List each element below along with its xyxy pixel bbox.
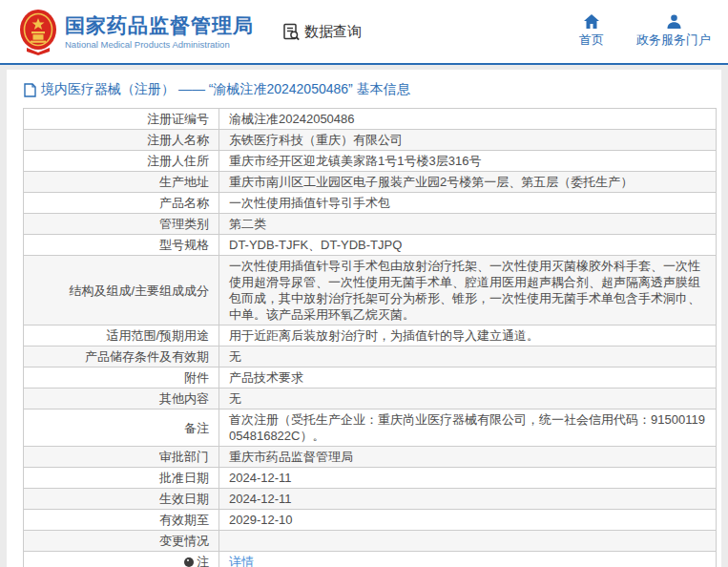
row-value <box>219 531 717 552</box>
row-value: 第二类 <box>219 214 717 235</box>
user-icon <box>667 14 681 29</box>
row-value: 无 <box>219 346 717 368</box>
row-label: 审批部门 <box>24 447 219 468</box>
table-row: 结构及组成/主要组成成分一次性使用插值针导引手术包由放射治疗托架、一次性使用灭菌… <box>24 256 717 326</box>
table-row: 适用范围/预期用途用于近距离后装放射治疗时，为插值针的导入建立通道。 <box>24 326 717 346</box>
table-row: 生效日期2024-12-11 <box>24 489 717 510</box>
row-value: 详情 <box>219 552 717 567</box>
row-label: 注册人住所 <box>24 151 219 172</box>
row-label: 生产地址 <box>24 172 219 193</box>
nav-home-label: 首页 <box>579 32 604 49</box>
content-panel: 境内医疗器械（注册） —— “渝械注准20242050486” 基本信息 注册证… <box>7 70 721 567</box>
row-label: 批准日期 <box>24 468 219 489</box>
row-label: 产品名称 <box>24 193 219 214</box>
table-row: 有效期至2029-12-10 <box>24 510 717 531</box>
nav-gov-portal[interactable]: 政务服务门户 <box>636 14 711 49</box>
site-header: 国家药品监督管理局 National Medical Products Admi… <box>0 0 728 65</box>
row-label: 备注 <box>24 410 219 447</box>
row-value: 2024-12-11 <box>219 468 717 489</box>
table-row: 产品储存条件及有效期无 <box>24 346 717 368</box>
table-row: 注详情 <box>24 552 717 567</box>
data-query-label: 数据查询 <box>304 23 362 41</box>
nav-home[interactable]: 首页 <box>579 14 604 49</box>
row-value: 首次注册（受托生产企业：重庆尚业医疗器械有限公司，统一社会信用代码：915001… <box>219 410 717 447</box>
row-value: 用于近距离后装放射治疗时，为插值针的导入建立通道。 <box>219 326 717 346</box>
table-row: 审批部门重庆市药品监督管理局 <box>24 447 717 468</box>
table-row: 注册人住所重庆市经开区迎龙镇美家路1号1号楼3层316号 <box>24 151 717 172</box>
row-value: 无 <box>219 388 717 410</box>
row-value: 东铁医疗科技（重庆）有限公司 <box>219 130 717 151</box>
row-value: 产品技术要求 <box>219 368 717 388</box>
table-row: 注册人名称东铁医疗科技（重庆）有限公司 <box>24 130 717 151</box>
row-label: 注 <box>24 552 219 567</box>
info-table-body: 注册证编号渝械注准20242050486注册人名称东铁医疗科技（重庆）有限公司注… <box>24 109 717 567</box>
document-search-icon <box>282 23 301 41</box>
row-value: 2024-12-11 <box>219 489 717 510</box>
breadcrumb: 境内医疗器械（注册） —— “渝械注准20242050486” 基本信息 <box>24 81 704 98</box>
row-value: 重庆市南川区工业园区电子服装产业园2号楼第一层、第五层（委托生产） <box>219 172 717 193</box>
site-subtitle: National Medical Products Administration <box>65 38 254 51</box>
row-value: DT-YDB-TJFK、DT-YDB-TJPQ <box>219 235 717 256</box>
row-value: 2029-12-10 <box>219 510 717 531</box>
row-label: 有效期至 <box>24 510 219 531</box>
table-row: 管理类别第二类 <box>24 214 717 235</box>
row-label: 注册证编号 <box>24 109 219 130</box>
row-value: 重庆市药品监督管理局 <box>219 447 717 468</box>
home-icon <box>584 14 599 29</box>
data-query-tab[interactable]: 数据查询 <box>282 23 362 41</box>
table-row: 其他内容无 <box>24 388 717 410</box>
top-nav: 首页 政务服务门户 <box>547 14 711 49</box>
table-row: 产品名称一次性使用插值针导引手术包 <box>24 193 717 214</box>
table-row: 变更情况 <box>24 531 717 552</box>
row-value: 一次性使用插值针导引手术包由放射治疗托架、一次性使用灭菌橡胶外科手套、一次性使用… <box>219 256 717 326</box>
detail-link[interactable]: 详情 <box>229 555 254 567</box>
table-row: 批准日期2024-12-11 <box>24 468 717 489</box>
nav-gov-portal-label: 政务服务门户 <box>636 32 711 49</box>
registration-info-table: 注册证编号渝械注准20242050486注册人名称东铁医疗科技（重庆）有限公司注… <box>23 108 717 567</box>
row-label: 型号规格 <box>24 235 219 256</box>
note-icon <box>184 557 194 567</box>
table-row: 附件产品技术要求 <box>24 368 717 388</box>
row-label: 其他内容 <box>24 388 219 410</box>
table-row: 备注首次注册（受托生产企业：重庆尚业医疗器械有限公司，统一社会信用代码：9150… <box>24 410 717 447</box>
row-label: 产品储存条件及有效期 <box>24 346 219 368</box>
site-title: 国家药品监督管理局 <box>65 13 254 38</box>
document-icon <box>24 83 36 97</box>
row-label: 生效日期 <box>24 489 219 510</box>
row-label: 结构及组成/主要组成成分 <box>24 256 219 326</box>
national-emblem-icon <box>19 8 57 55</box>
table-row: 注册证编号渝械注准20242050486 <box>24 109 717 130</box>
row-label: 变更情况 <box>24 531 219 552</box>
row-value: 一次性使用插值针导引手术包 <box>219 193 717 214</box>
row-label: 附件 <box>24 368 219 388</box>
table-row: 生产地址重庆市南川区工业园区电子服装产业园2号楼第一层、第五层（委托生产） <box>24 172 717 193</box>
logo-text: 国家药品监督管理局 National Medical Products Admi… <box>65 13 254 51</box>
row-label: 适用范围/预期用途 <box>24 326 219 346</box>
row-value: 渝械注准20242050486 <box>219 109 717 130</box>
table-row: 型号规格DT-YDB-TJFK、DT-YDB-TJPQ <box>24 235 717 256</box>
row-value: 重庆市经开区迎龙镇美家路1号1号楼3层316号 <box>219 151 717 172</box>
site-logo[interactable]: 国家药品监督管理局 National Medical Products Admi… <box>19 8 254 55</box>
row-label: 管理类别 <box>24 214 219 235</box>
row-label: 注册人名称 <box>24 130 219 151</box>
breadcrumb-text: 境内医疗器械（注册） —— “渝械注准20242050486” 基本信息 <box>41 81 410 98</box>
